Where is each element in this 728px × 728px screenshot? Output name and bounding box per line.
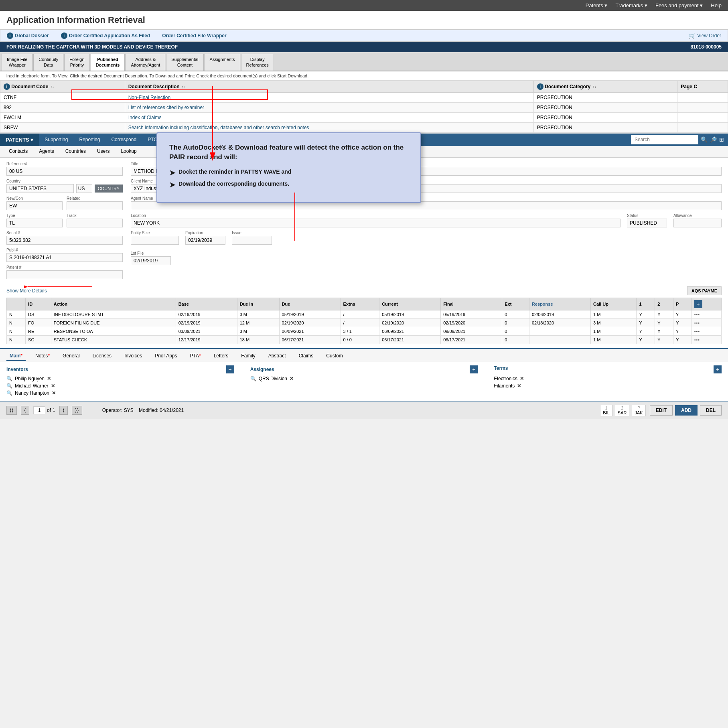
- global-dossier-link[interactable]: i Global Dossier: [7, 32, 49, 39]
- add-button[interactable]: ADD: [675, 405, 698, 416]
- doc-description-cell[interactable]: Search information including classificat…: [125, 122, 533, 132]
- docket-add-button[interactable]: +: [694, 300, 702, 308]
- doc-category-header[interactable]: i Document Category ↑↓: [533, 81, 677, 92]
- sub-nav-countries[interactable]: Countries: [61, 146, 91, 157]
- tab-address-attorney[interactable]: Address &Attorney/Agent: [126, 54, 165, 71]
- docket-col-extns[interactable]: Extns: [341, 298, 379, 310]
- docket-col-due-in[interactable]: Due In: [237, 298, 279, 310]
- patents-button[interactable]: PATENTS ▾: [0, 134, 39, 146]
- bottom-tab-prior-apps[interactable]: Prior Apps: [152, 351, 180, 361]
- order-certified-wrapper-link[interactable]: Order Certified File Wrapper: [162, 33, 226, 39]
- docket-col-response[interactable]: Response: [529, 298, 590, 310]
- inventor-search-icon-3[interactable]: 🔍: [6, 390, 12, 396]
- client-input[interactable]: [131, 184, 722, 193]
- serial-input[interactable]: [6, 236, 123, 245]
- nav-pto-data[interactable]: PTO Data: [142, 134, 174, 146]
- sub-nav-users[interactable]: Users: [92, 146, 114, 157]
- docket-col-id[interactable]: ID: [26, 298, 51, 310]
- aqs-payment-button[interactable]: AQS PAYME: [687, 286, 722, 295]
- bottom-tab-family[interactable]: Family: [238, 351, 258, 361]
- inventor-delete-2[interactable]: ✕: [51, 383, 55, 389]
- entity-input[interactable]: [131, 236, 179, 245]
- inventor-delete-1[interactable]: ✕: [47, 376, 51, 381]
- doc-description-cell[interactable]: List of references cited by examiner: [125, 102, 533, 112]
- allowance-input[interactable]: [673, 219, 722, 227]
- term-delete-1[interactable]: ✕: [520, 376, 524, 381]
- agent-input[interactable]: [131, 201, 722, 210]
- docket-col-due[interactable]: Due: [279, 298, 341, 310]
- reference-input[interactable]: [6, 167, 123, 176]
- nav-mass-update[interactable]: Mass Update: [205, 134, 245, 146]
- docket-col-current[interactable]: Current: [379, 298, 441, 310]
- inventor-search-icon-2[interactable]: 🔍: [6, 383, 12, 389]
- docket-dots-cell[interactable]: •••: [691, 335, 721, 344]
- bottom-tab-notes[interactable]: Notes*: [32, 351, 53, 361]
- nav-supporting[interactable]: Supporting: [39, 134, 73, 146]
- edit-button[interactable]: EDIT: [650, 405, 673, 416]
- bottom-tab-claims[interactable]: Claims: [296, 351, 317, 361]
- inventors-add-button[interactable]: +: [226, 365, 234, 373]
- publ-input[interactable]: [6, 253, 123, 262]
- patent-input[interactable]: [6, 270, 123, 279]
- delete-button[interactable]: DEL: [700, 405, 722, 416]
- order-certified-app-link[interactable]: i Order Certified Application As Filed: [61, 32, 150, 39]
- page-prev-button[interactable]: ⟨: [21, 406, 29, 415]
- bottom-tab-invoices[interactable]: Invoices: [121, 351, 145, 361]
- terms-title[interactable]: Terms: [494, 365, 508, 371]
- docket-dots-cell[interactable]: •••: [691, 327, 721, 335]
- doc-code-header[interactable]: i Document Code ↑↓: [0, 81, 125, 92]
- tab-assignments[interactable]: Assignments: [205, 54, 240, 71]
- docket-dots-cell[interactable]: •••: [691, 318, 721, 327]
- docket-col-ext[interactable]: Ext: [502, 298, 529, 310]
- location-input[interactable]: [131, 219, 621, 227]
- inventor-delete-3[interactable]: ✕: [52, 390, 56, 396]
- country-button[interactable]: COUNTRY: [95, 185, 123, 193]
- term-delete-2[interactable]: ✕: [517, 383, 521, 389]
- tab-display-references[interactable]: DisplayReferences: [241, 54, 274, 71]
- bottom-tab-pta[interactable]: PTA*: [187, 351, 204, 361]
- docket-col-callup[interactable]: Call Up: [590, 298, 636, 310]
- assignees-title[interactable]: Assignees: [250, 367, 274, 372]
- page-next-button[interactable]: ⟩: [59, 406, 68, 415]
- tab-published-documents[interactable]: PublishedDocuments: [91, 54, 125, 71]
- tab-supplemental-content[interactable]: SupplementalContent: [166, 54, 203, 71]
- nav-correspond[interactable]: Correspond: [105, 134, 142, 146]
- tab-foreign-priority[interactable]: ForeignPriority: [64, 54, 89, 71]
- docket-dots-cell[interactable]: •••: [691, 310, 721, 318]
- doc-description-cell[interactable]: Index of Claims: [125, 112, 533, 122]
- doc-desc-header[interactable]: Document Description ↑↓: [125, 81, 533, 92]
- search-icon[interactable]: 🔍: [701, 136, 708, 143]
- docket-col-base[interactable]: Base: [176, 298, 237, 310]
- page-number-input[interactable]: [33, 406, 45, 414]
- bottom-tab-main[interactable]: Main*: [6, 351, 26, 361]
- expiration-input[interactable]: [185, 236, 225, 245]
- inventor-search-icon-1[interactable]: 🔍: [6, 376, 12, 381]
- sub-nav-agents[interactable]: Agents: [34, 146, 59, 157]
- nav-help[interactable]: Help: [711, 2, 722, 8]
- assignees-add-button[interactable]: +: [470, 365, 478, 373]
- bottom-tab-abstract[interactable]: Abstract: [265, 351, 289, 361]
- track-input[interactable]: [67, 219, 123, 227]
- show-more-link[interactable]: Show More Details: [6, 286, 47, 295]
- nav-reporting[interactable]: Reporting: [73, 134, 105, 146]
- nav-assistant[interactable]: Assistant: [174, 134, 205, 146]
- bottom-tab-custom[interactable]: Custom: [323, 351, 346, 361]
- first-file-input[interactable]: [131, 256, 171, 265]
- docket-col-final[interactable]: Final: [441, 298, 502, 310]
- bottom-tab-general[interactable]: General: [59, 351, 83, 361]
- nav-trademarks[interactable]: Trademarks ▾: [615, 2, 647, 8]
- title-field-input[interactable]: [131, 167, 722, 176]
- inventors-title[interactable]: Inventors: [6, 367, 28, 372]
- tab-image-file-wrapper[interactable]: Image FileWrapper: [2, 54, 32, 71]
- tab-continuity-data[interactable]: ContinuityData: [33, 54, 63, 71]
- page-first-button[interactable]: ⟨⟨: [6, 406, 17, 415]
- grid-icon[interactable]: ⊞: [719, 136, 724, 143]
- country-input[interactable]: [6, 184, 74, 193]
- related-input[interactable]: [67, 201, 123, 210]
- bottom-tab-licenses[interactable]: Licenses: [89, 351, 115, 361]
- view-order-button[interactable]: 🛒 View Order: [689, 32, 721, 39]
- bottom-tab-letters[interactable]: Letters: [211, 351, 232, 361]
- sub-nav-contacts[interactable]: Contacts: [4, 146, 32, 157]
- page-last-button[interactable]: ⟩⟩: [72, 406, 82, 415]
- nav-patents[interactable]: Patents ▾: [586, 2, 608, 8]
